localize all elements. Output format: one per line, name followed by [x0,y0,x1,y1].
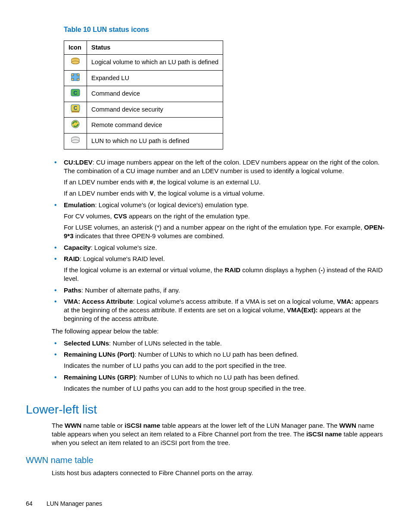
list-item: Remaining LUNs (Port): Number of LUNs to… [52,350,385,370]
remote-command-device-icon [70,119,81,129]
sub-para: If the logical volume is an external or … [64,266,385,283]
subsection-heading-wwn-name-table: WWN name table [26,454,385,466]
lun-no-path-icon [70,135,81,145]
status-cell: LUN to which no LU path is defined [87,133,223,149]
table-row: Command device [64,86,223,102]
list-item: Paths: Number of alternate paths, if any… [52,286,385,295]
sub-para: For LUSE volumes, an asterisk (*) and a … [64,223,385,241]
below-table-para: The following appear below the table: [52,327,385,336]
list-item: Selected LUNs: Number of LUNs selected i… [52,339,385,348]
table-row: Expanded LU [64,70,223,86]
sub-para: Indicates the number of LU paths you can… [64,384,385,393]
table-row: LUN to which no LU path is defined [64,133,223,149]
list-item: VMA: Access Attribute: Logical volume's … [52,297,385,324]
th-icon: Icon [64,40,87,55]
th-status: Status [87,40,223,55]
list-item: Emulation: Logical volume's (or logical … [52,201,385,241]
page-number: 64 [26,500,45,508]
subsection-body: Lists host bus adapters connected to Fib… [52,469,385,477]
bullet-list-1: CU:LDEV: CU image numbers appear on the … [52,158,385,324]
table-row: Command device security [64,102,223,118]
table-title: Table 10 LUN status icons [64,25,385,34]
status-cell: Expanded LU [87,70,223,86]
status-cell: Command device [87,86,223,102]
command-device-security-icon [70,104,81,113]
table-row: Remote command device [64,118,223,134]
sub-para: Indicates the number of LU paths you can… [64,361,385,370]
status-cell: Logical volume to which an LU path is de… [87,55,223,71]
list-item: CU:LDEV: CU image numbers appear on the … [52,158,385,198]
sub-para: If an LDEV number ends with #, the logic… [64,178,385,187]
footer-label: LUN Manager panes [47,500,102,507]
command-device-icon [70,88,81,97]
status-cell: Command device security [87,102,223,118]
section-heading-lower-left-list: Lower-left list [26,401,385,418]
sub-para: If an LDEV number ends with V, the logic… [64,189,385,198]
lun-status-icons-table: Icon Status Logical volume to which an L… [64,40,223,149]
list-item: RAID: Logical volume's RAID level. If th… [52,255,385,283]
expanded-lu-icon [70,72,81,82]
page-footer: 64 LUN Manager panes [26,500,102,508]
section-body: The WWN name table or iSCSI name table a… [52,421,385,448]
lun-defined-icon [70,56,81,66]
table-row: Logical volume to which an LU path is de… [64,55,223,71]
status-cell: Remote command device [87,118,223,134]
list-item: Remaining LUNs (GRP): Number of LUNs to … [52,373,385,393]
bullet-list-2: Selected LUNs: Number of LUNs selected i… [52,339,385,393]
list-item: Capacity: Logical volume's size. [52,243,385,252]
sub-para: For CV volumes, CVS appears on the right… [64,212,385,221]
